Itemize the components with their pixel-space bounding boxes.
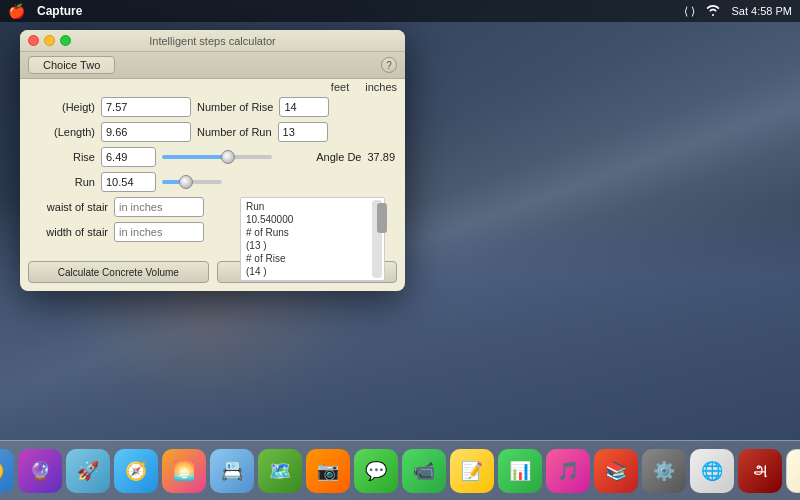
rise-slider-track <box>162 155 272 159</box>
rise-label: Rise <box>30 151 95 163</box>
wifi-icon <box>705 4 721 18</box>
run-slider-track <box>162 180 222 184</box>
width-input[interactable] <box>114 222 204 242</box>
dock-icon-photos-app[interactable]: 🌅 <box>162 449 206 493</box>
dock-icon-ibooks[interactable]: 📚 <box>594 449 638 493</box>
dock-icon-safari[interactable]: 🧭 <box>114 449 158 493</box>
dropdown-item-nruns-label: # of Runs <box>241 226 384 239</box>
tab-bar: Choice Two ? <box>20 52 405 79</box>
run-slider-container <box>162 180 395 184</box>
nav-icons[interactable]: ⟨ ⟩ <box>684 5 695 18</box>
menubar-left: 🍎 Capture <box>8 3 82 19</box>
height-input[interactable] <box>101 97 191 117</box>
dock-icon-messages[interactable]: 💬 <box>354 449 398 493</box>
window-titlebar: Intelligent steps calculator <box>20 30 405 52</box>
angle-label: Angle De <box>316 151 361 163</box>
dropdown-item-run-label: Run <box>241 200 384 213</box>
dock-icon-maps[interactable]: 🗺️ <box>258 449 302 493</box>
dock: 😀 🔮 🚀 🧭 🌅 📇 🗺️ 📷 💬 📹 📝 📊 🎵 📚 ⚙️ 🌐 <box>0 440 800 500</box>
dropdown-item-nrise-value: (14 ) <box>241 265 384 278</box>
dock-icon-notes[interactable]: 📝 <box>450 449 494 493</box>
datetime: Sat 4:58 PM <box>731 5 792 17</box>
dock-icon-siri[interactable]: 🔮 <box>18 449 62 493</box>
stair-section: waist of stair width of stair Run 10.540… <box>30 197 395 242</box>
length-row: (Length) Number of Run <box>30 122 395 142</box>
close-button[interactable] <box>28 35 39 46</box>
number-of-rise-input[interactable] <box>279 97 329 117</box>
number-of-rise-label: Number of Rise <box>197 101 273 113</box>
calculate-concrete-button[interactable]: Calculate Concrete Volume <box>28 261 209 283</box>
scroll-thumb[interactable] <box>377 203 387 233</box>
run-label: Run <box>30 176 95 188</box>
menubar-right: ⟨ ⟩ Sat 4:58 PM <box>684 4 792 18</box>
dock-icon-system-preferences[interactable]: ⚙️ <box>642 449 686 493</box>
dock-icon-chrome[interactable]: 🌐 <box>690 449 734 493</box>
dropdown-item-nrise-label: # of Rise <box>241 252 384 265</box>
rise-slider-container <box>162 155 310 159</box>
apple-menu[interactable]: 🍎 <box>8 3 25 19</box>
height-row: (Heigt) Number of Rise <box>30 97 395 117</box>
dropdown-item-nruns-value: (13 ) <box>241 239 384 252</box>
inches-label: inches <box>365 81 397 93</box>
run-slider-thumb[interactable] <box>179 175 193 189</box>
dock-icon-facetime[interactable]: 📹 <box>402 449 446 493</box>
number-of-run-label: Number of Run <box>197 126 272 138</box>
minimize-button[interactable] <box>44 35 55 46</box>
tab-choice-two[interactable]: Choice Two <box>28 56 115 74</box>
dock-icon-launchpad[interactable]: 🚀 <box>66 449 110 493</box>
dock-icon-camera[interactable]: 📷 <box>306 449 350 493</box>
waist-input[interactable] <box>114 197 204 217</box>
dropdown-item-run-value: 10.540000 <box>241 213 384 226</box>
dock-icon-contacts[interactable]: 📇 <box>210 449 254 493</box>
rise-row: Rise Angle De 37.89 <box>30 147 395 167</box>
rise-input[interactable] <box>101 147 156 167</box>
results-dropdown: Run 10.540000 # of Runs (13 ) # of Rise … <box>240 197 385 281</box>
units-row: feet inches <box>20 79 405 93</box>
run-row: Run <box>30 172 395 192</box>
dock-icon-intelligent-calc[interactable]: 🧮 <box>786 449 800 493</box>
window-title: Intelligent steps calculator <box>149 35 276 47</box>
length-label: (Length) <box>30 126 95 138</box>
scroll-indicator <box>372 200 382 278</box>
menubar: 🍎 Capture ⟨ ⟩ Sat 4:58 PM <box>0 0 800 22</box>
run-input[interactable] <box>101 172 156 192</box>
width-label: width of stair <box>30 226 108 238</box>
form-area: (Heigt) Number of Rise (Length) Number o… <box>20 93 405 255</box>
maximize-button[interactable] <box>60 35 71 46</box>
app-name-menu[interactable]: Capture <box>37 4 82 18</box>
feet-label: feet <box>331 81 349 93</box>
dock-icon-itunes[interactable]: 🎵 <box>546 449 590 493</box>
help-button[interactable]: ? <box>381 57 397 73</box>
angle-value: 37.89 <box>367 151 395 163</box>
dock-icon-tamil[interactable]: அ <box>738 449 782 493</box>
waist-label: waist of stair <box>30 201 108 213</box>
number-of-run-input[interactable] <box>278 122 328 142</box>
length-input[interactable] <box>101 122 191 142</box>
height-label: (Heigt) <box>30 101 95 113</box>
calculator-window: Intelligent steps calculator Choice Two … <box>20 30 405 291</box>
rise-slider-thumb[interactable] <box>221 150 235 164</box>
dock-icon-numbers[interactable]: 📊 <box>498 449 542 493</box>
dock-icon-finder[interactable]: 😀 <box>0 449 14 493</box>
